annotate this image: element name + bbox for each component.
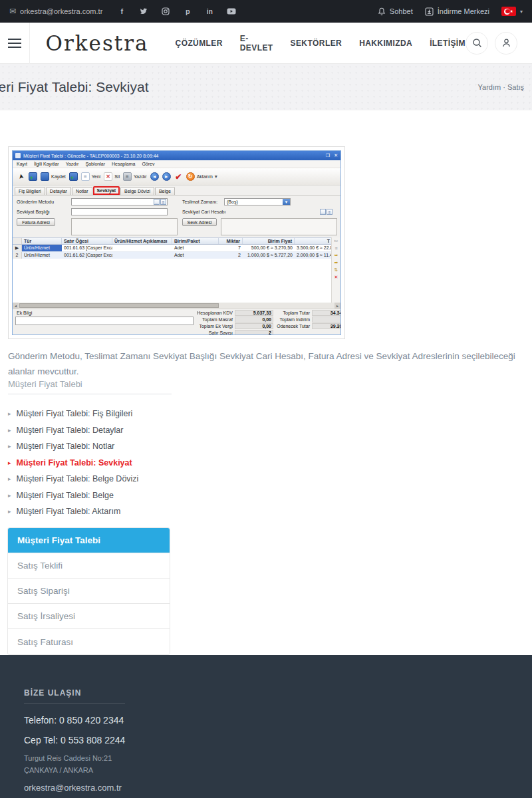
nav-iletisim[interactable]: İLETİŞİM	[430, 39, 466, 48]
menu-kayit[interactable]: Kayıt	[17, 162, 27, 166]
sevk-adresi-area[interactable]	[221, 218, 337, 235]
chevron-right-icon: ▸	[8, 492, 11, 499]
lookup-icon[interactable]: …	[154, 199, 160, 205]
col-tur[interactable]: Tür	[22, 238, 62, 244]
scroll-right-icon[interactable]: ►	[334, 303, 340, 309]
linkedin-icon[interactable]: in	[205, 7, 214, 16]
transfer-button[interactable]: ↻ Aktarım ▾	[186, 172, 217, 181]
pointer-tool-icon[interactable]: ➤	[16, 172, 26, 182]
nav-hakkimizda[interactable]: HAKKIMIZDA	[359, 39, 412, 48]
save-label: Kaydet	[51, 174, 66, 179]
link-fis-bilgileri[interactable]: ▸ Müşteri Fiyat Talebi: Fiş Bilgileri	[8, 406, 138, 422]
print-button[interactable]: ≡ Yazdır	[123, 172, 147, 181]
menu-musteri-fiyat-talebi[interactable]: Müşteri Fiyat Talebi	[8, 528, 170, 553]
row-tool-icon[interactable]: ✂	[334, 239, 338, 244]
facebook-icon[interactable]: f	[117, 7, 126, 16]
account-button[interactable]	[495, 32, 517, 55]
nav-cozumler[interactable]: ÇÖZÜMLER	[176, 39, 223, 48]
app-menubar: Kayıt İlgili Kayıtlar Yazdır Şablonlar H…	[13, 160, 340, 168]
pinterest-icon[interactable]: p	[183, 7, 192, 16]
site-logo[interactable]: Orkestra	[30, 31, 176, 55]
row-tool-icon[interactable]: ⇅	[334, 267, 338, 273]
app-titlebar[interactable]: Müşteri Fiyat Talebi : Güncelle - TALEP0…	[13, 151, 340, 160]
hamburger-menu-button[interactable]	[0, 23, 30, 64]
cari-lookup-icon[interactable]: …	[320, 209, 326, 215]
table-header: Tür Satır Öğesi Ürün/Hizmet Açıklaması B…	[13, 237, 332, 245]
scroll-left-icon[interactable]: ◄	[13, 303, 19, 309]
twitter-icon[interactable]	[139, 7, 148, 16]
tab-belge[interactable]: Belge	[155, 187, 175, 195]
col-miktar[interactable]: Miktar	[219, 238, 243, 244]
sevk-adresi-button[interactable]: Sevk Adresi	[182, 218, 217, 226]
footer-mobile[interactable]: Cep Tel: 0 553 808 2244	[24, 735, 125, 745]
nav-back-icon[interactable]: ◄	[150, 172, 159, 181]
fatura-adresi-area[interactable]	[71, 218, 178, 235]
row-tool-icon[interactable]: ≡	[334, 246, 337, 251]
tab-fis-bilgileri[interactable]: Fiş Bilgileri	[15, 187, 45, 195]
language-selector[interactable]: ★ ▾	[501, 7, 523, 16]
approve-icon[interactable]: ✔	[174, 172, 183, 181]
menu-gorev[interactable]: Görev	[142, 162, 154, 166]
menu-hesaplama[interactable]: Hesaplama	[112, 162, 135, 166]
menu-ilgili-kayitlar[interactable]: İlgili Kayıtlar	[34, 162, 59, 166]
sevkiyat-basligi-input[interactable]	[71, 208, 168, 215]
row-tool-icon[interactable]: ➥	[334, 253, 338, 258]
list-icon[interactable]: ≡	[160, 199, 166, 205]
cell-miktar: 7	[219, 245, 243, 251]
nav-forward-icon[interactable]: ►	[162, 172, 171, 181]
nav-sektorler[interactable]: SEKTÖRLER	[291, 39, 342, 48]
link-notlar[interactable]: ▸ Müşteri Fiyat Talebi: Notlar	[8, 438, 138, 455]
row-tool-icon[interactable]: ➦	[334, 260, 338, 265]
link-belge-dovizi[interactable]: ▸ Müşteri Fiyat Talebi: Belge Dövizi	[8, 471, 138, 487]
col-tutar[interactable]: T	[295, 238, 332, 244]
person-icon	[501, 38, 511, 48]
menu-satis-faturasi[interactable]: Satış Faturası	[8, 629, 170, 654]
ek-bilgi-label: Ek Bilgi	[17, 311, 32, 315]
delete-button[interactable]: ✕ Sil	[104, 172, 120, 181]
save-new-icon[interactable]	[29, 172, 37, 181]
chat-button[interactable]: Sohbet	[378, 7, 413, 16]
menu-yazdir[interactable]: Yazdır	[66, 162, 79, 166]
email-contact[interactable]: ✉ orkestra@orkestra.com.tr	[9, 7, 102, 16]
col-aciklama[interactable]: Ürün/Hizmet Açıklaması	[112, 238, 172, 244]
table-row[interactable]: ▶ Ürün/Hizmet 001.61.63 [Casper Excalibu…	[13, 245, 332, 252]
link-detaylar[interactable]: ▸ Müşteri Fiyat Talebi: Detaylar	[8, 422, 138, 439]
save-button[interactable]: Kaydet	[41, 172, 66, 181]
ek-bilgi-input[interactable]	[15, 317, 194, 325]
scrollbar-thumb[interactable]	[19, 303, 219, 308]
new-button[interactable]: ≡ Yeni	[81, 172, 100, 181]
download-center-button[interactable]: İndirme Merkezi	[425, 7, 489, 16]
article-subheading: Müşteri Fiyat Talebi	[8, 379, 82, 389]
instagram-icon[interactable]	[161, 7, 170, 16]
link-sevkiyat-active[interactable]: ▸ Müşteri Fiyat Talebi: Sevkiyat	[8, 455, 138, 471]
nav-edevlet[interactable]: E-DEVLET	[240, 34, 273, 53]
link-aktarim[interactable]: ▸ Müşteri Fiyat Talebi: Aktarım	[8, 503, 138, 520]
menu-satis-teklifi[interactable]: Satış Teklifi	[8, 553, 170, 579]
menu-sablonlar[interactable]: Şablonlar	[85, 162, 105, 166]
toplam-tutar-value: 34.348,80	[312, 310, 341, 316]
maximize-icon[interactable]: ❐	[326, 153, 330, 158]
col-birim-fiyat[interactable]: Birim Fiyat	[243, 238, 295, 244]
col-birim-paket[interactable]: Birim/Paket	[172, 238, 219, 244]
close-icon[interactable]: ✕	[334, 153, 338, 158]
horizontal-scrollbar[interactable]: ◄ ►	[13, 303, 340, 309]
fatura-adresi-button[interactable]: Fatura Adresi	[17, 218, 55, 226]
footer-email[interactable]: orkestra@orkestra.com.tr	[24, 783, 122, 793]
tab-notlar[interactable]: Notlar	[72, 187, 92, 195]
footer-phone[interactable]: Telefon: 0 850 420 2344	[24, 715, 124, 726]
col-satir-ogesi[interactable]: Satır Öğesi	[62, 238, 112, 244]
cari-list-icon[interactable]: ≡	[327, 209, 332, 215]
search-button[interactable]	[466, 32, 488, 55]
masraf-label: Toplam Masraf	[196, 317, 235, 322]
menu-satis-irsaliyesi[interactable]: Satış İrsaliyesi	[8, 604, 170, 629]
tab-detaylar[interactable]: Detaylar	[46, 187, 71, 195]
breadcrumb[interactable]: Yardım · Satış	[478, 83, 532, 91]
tab-sevkiyat[interactable]: Sevkiyat	[93, 186, 120, 195]
tab-belge-dovizi[interactable]: Belge Dövizi	[120, 187, 154, 195]
menu-satis-siparisi[interactable]: Satış Siparişi	[8, 579, 170, 604]
link-belge[interactable]: ▸ Müşteri Fiyat Talebi: Belge	[8, 487, 138, 504]
row-tool-icon[interactable]: ✕	[334, 275, 338, 280]
youtube-icon[interactable]	[227, 7, 236, 16]
save-plus-icon[interactable]	[69, 172, 78, 181]
teslimat-zamani-select[interactable]: (Boş) ▼	[224, 198, 291, 205]
